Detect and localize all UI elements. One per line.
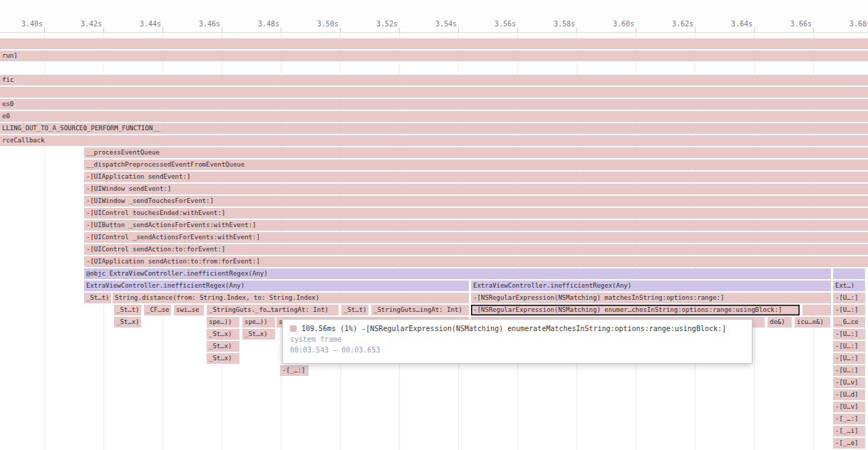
flame-frame[interactable]: -[U…:] (833, 365, 865, 376)
flame-frame[interactable]: -[UIControl sendAction:to:forEvent:] (84, 244, 868, 255)
flame-frame[interactable]: _St…x) (242, 329, 275, 340)
ruler-tick (162, 28, 163, 32)
flame-frame[interactable]: -[U…:] (833, 329, 865, 340)
tooltip-title-row: 109.56ms (1%) -[NSRegularExpression(NSMa… (290, 325, 745, 333)
flame-frame[interactable]: -[U…:] (833, 341, 865, 352)
flame-chart: run]fices0e0LLING_OUT_TO_A_SOURCE0_PERFO… (0, 0, 868, 450)
ruler-label: 3.40s (0, 20, 43, 28)
ruler-label: 3.68s (828, 20, 868, 28)
flame-frame[interactable]: -[U…:] (833, 293, 865, 303)
flame-frame[interactable]: -[UIButton _sendActionsForEvents:withEve… (84, 220, 868, 231)
flame-frame[interactable]: _St…x) (207, 353, 239, 364)
ruler-label: 3.56s (473, 20, 516, 28)
tooltip-symbol: -[NSRegularExpression(NSMatching) enumer… (361, 325, 726, 333)
flame-frame[interactable]: _St…x) (207, 341, 239, 352)
flame-frame[interactable]: swi…se (174, 305, 204, 315)
flame-frame[interactable]: String.distance(from: String.Index, to: … (113, 293, 469, 303)
ruler-label: 3.46s (177, 20, 220, 28)
flame-frame[interactable]: -[U…v] (833, 377, 865, 388)
flame-frame[interactable]: spe…)) (242, 317, 275, 328)
flame-frame[interactable]: -[_…e] (833, 438, 865, 449)
ruler-tick (103, 28, 104, 32)
tooltip-duration: 109.56ms (1%) (301, 325, 357, 333)
flame-frame[interactable]: -[UIWindow _sendTouchesForEvent:] (84, 196, 868, 206)
flame-frame[interactable]: spe…)) (207, 317, 239, 328)
ruler-tick (636, 28, 636, 32)
flame-frame[interactable]: ExtraViewController.inefficientRegex(Any… (84, 281, 469, 291)
ruler-label: 3.42s (59, 20, 102, 28)
flame-frame[interactable]: -[_…i] (833, 426, 865, 436)
ruler-label: 3.58s (532, 20, 575, 28)
flame-frame[interactable]: _StringGuts._fo…tartingAt: Int) (207, 305, 339, 315)
timeline-ruler[interactable]: 3.40s3.42s3.44s3.46s3.48s3.50s3.52s3.54s… (0, 0, 868, 33)
flame-frame[interactable]: -[UIControl _sendActionsForEvents:withEv… (84, 232, 868, 243)
ruler-tick (577, 28, 577, 32)
flame-frame[interactable]: _St…t) (341, 305, 368, 315)
flame-rows-layer: run]fices0e0LLING_OUT_TO_A_SOURCE0_PERFO… (0, 0, 868, 450)
flame-frame[interactable]: -[U…d] (833, 389, 865, 400)
flame-frame[interactable]: de&) (768, 317, 792, 328)
flame-frame[interactable] (0, 38, 868, 49)
flame-frame[interactable]: _StringGuts…ingAt: Int) (371, 305, 469, 315)
flame-frame[interactable]: _CF…se (144, 305, 171, 315)
ruler-tick (44, 28, 45, 32)
ruler-label: 3.66s (769, 20, 812, 28)
flame-frame[interactable]: __processEventQueue (84, 147, 868, 158)
flame-frame[interactable]: _St…x) (114, 317, 141, 328)
ruler-tick (281, 28, 281, 32)
flame-frame[interactable] (833, 268, 865, 279)
flame-frame[interactable]: -[U…:] (833, 305, 865, 315)
flame-frame[interactable]: icu…e&) (795, 317, 830, 328)
ruler-label: 3.62s (651, 20, 693, 28)
ruler-label: 3.54s (414, 20, 457, 28)
flame-frame[interactable]: Ext…) (833, 281, 865, 291)
frame-color-swatch-icon (290, 325, 296, 332)
flame-frame[interactable]: e0 (0, 111, 868, 122)
tooltip: 109.56ms (1%) -[NSRegularExpression(NSMa… (282, 319, 753, 364)
flame-frame[interactable]: _St…t) (84, 293, 111, 303)
flame-frame[interactable]: -[_…:] (833, 414, 865, 424)
ruler-label: 3.48s (237, 20, 279, 28)
ruler-tick (813, 28, 814, 32)
flame-frame[interactable]: fic (0, 75, 868, 85)
flame-frame[interactable]: LLING_OUT_TO_A_SOURCE0_PERFORM_FUNCTION_… (0, 123, 868, 134)
selected-flame-frame[interactable]: -[NSRegularExpression(NSMatching) enumer… (471, 305, 800, 315)
flame-frame[interactable]: -[_…:] (280, 365, 309, 376)
ruler-label: 3.64s (710, 20, 753, 28)
flame-frame[interactable]: run] (0, 51, 868, 61)
ruler-tick (754, 28, 755, 32)
tooltip-frame-kind: system frame (290, 335, 745, 343)
ruler-tick (340, 28, 341, 32)
flame-frame[interactable]: -[UIApplication sendAction:to:from:forEv… (84, 256, 868, 267)
flame-frame[interactable]: _St…t) (114, 305, 141, 315)
flame-frame[interactable]: _St…x) (207, 329, 239, 340)
ruler-tick (399, 28, 400, 32)
ruler-tick (695, 28, 696, 32)
flame-frame[interactable]: -[UIWindow sendEvent:] (84, 184, 868, 194)
flame-frame[interactable]: ExtraViewController.inefficientRegex(Any… (471, 281, 831, 291)
flame-frame[interactable]: __dispatchPreprocessedEventFromEventQueu… (84, 159, 868, 170)
flame-frame[interactable]: @objc ExtraViewController.inefficientReg… (84, 268, 831, 279)
ruler-label: 3.60s (591, 20, 634, 28)
flame-frame[interactable] (0, 87, 868, 98)
flame-frame[interactable]: __6…ce (833, 317, 865, 328)
flame-frame[interactable] (802, 305, 831, 315)
flame-frame[interactable]: -[U…:] (833, 353, 865, 364)
flame-frame[interactable]: rceCallback (0, 135, 868, 146)
ruler-label: 3.44s (118, 20, 161, 28)
ruler-tick (458, 28, 459, 32)
ruler-tick (222, 28, 222, 32)
flame-frame[interactable]: -[UIApplication sendEvent:] (84, 172, 868, 182)
flame-frame[interactable]: es0 (0, 99, 868, 110)
ruler-label: 3.50s (296, 20, 339, 28)
ruler-label: 3.52s (355, 20, 398, 28)
flame-frame[interactable]: -[UIControl touchesEnded:withEvent:] (84, 208, 868, 219)
flame-frame[interactable]: -[NSRegularExpression(NSMatching) matche… (471, 293, 831, 303)
flame-frame[interactable]: -[U…v] (833, 402, 865, 412)
tooltip-time-range: 00:03.543 — 00:03.653 (290, 346, 745, 354)
ruler-tick (517, 28, 518, 32)
